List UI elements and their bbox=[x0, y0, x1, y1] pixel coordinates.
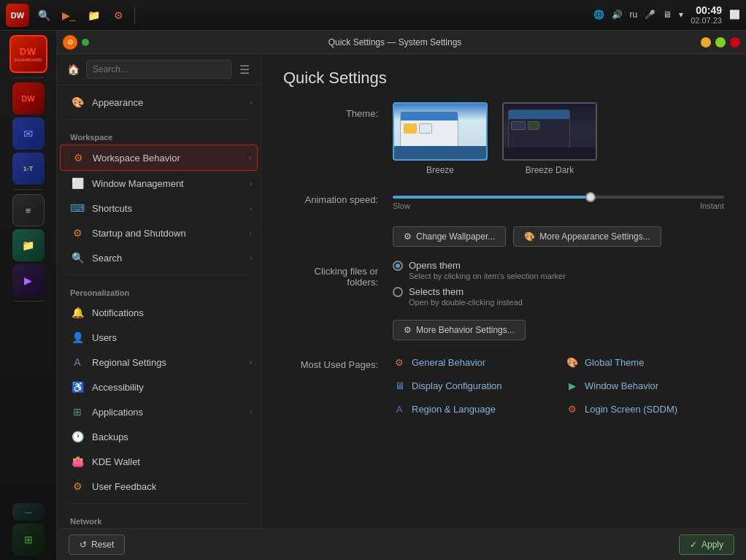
reset-button[interactable]: ↺ Reset bbox=[69, 534, 125, 555]
taskbar-search-icon[interactable]: 🔍 bbox=[34, 5, 54, 26]
sidebar-item-label: Accessibility bbox=[92, 382, 252, 393]
workspace-behavior-icon: ⚙ bbox=[71, 150, 85, 165]
most-used-page-link[interactable]: ▶Window Behavior bbox=[566, 377, 724, 394]
sidebar-item-kde-wallet[interactable]: 👛 KDE Wallet bbox=[57, 449, 261, 474]
sidebar-item-shortcuts[interactable]: ⌨ Shortcuts › bbox=[57, 196, 261, 220]
clicking-label: Clicking files or folders: bbox=[283, 260, 378, 288]
most-used-page-link[interactable]: ARegion & Language bbox=[393, 400, 551, 418]
dock-item-mail[interactable]: ✉ bbox=[12, 118, 45, 150]
most-used-page-link[interactable]: 🎨Global Theme bbox=[566, 353, 724, 371]
change-wallpaper-button[interactable]: ⚙ Change Wallpaper... bbox=[393, 226, 506, 247]
page-link-icon: ⚙ bbox=[566, 402, 579, 415]
dock-separator-3 bbox=[14, 301, 43, 302]
dock-item-dw2[interactable]: DW bbox=[12, 83, 45, 115]
clicking-radio-group: Opens them Select by clicking on item's … bbox=[393, 260, 724, 307]
animation-slider[interactable] bbox=[393, 196, 724, 199]
sidebar-item-users[interactable]: 👤 Users bbox=[57, 325, 261, 350]
taskbar-right: 🌐 🔊 ru 🎤 🖥 ▾ 00:49 02.07.23 ⬜ bbox=[593, 4, 741, 26]
more-behavior-button[interactable]: ⚙ More Behavior Settings... bbox=[393, 320, 526, 340]
sidebar-search-input[interactable] bbox=[86, 60, 231, 79]
notifications-icon: 🔔 bbox=[70, 305, 85, 320]
taskbar-chevron-icon: ▾ bbox=[679, 9, 683, 20]
taskbar-dw-icon[interactable]: DW bbox=[6, 4, 29, 27]
main-window: ⚙ Quick Settings — System Settings 🏠 ☰ 🎨… bbox=[57, 31, 746, 560]
close-button[interactable] bbox=[730, 37, 740, 47]
sidebar-item-label: Startup and Shutdown bbox=[92, 228, 242, 239]
radio-opens-text-group: Opens them Select by clicking on item's … bbox=[409, 260, 566, 280]
page-link-label: Display Configuration bbox=[412, 380, 502, 391]
sidebar-item-search[interactable]: 🔍 Search › bbox=[57, 245, 261, 270]
dock-item-bottom1[interactable]: — bbox=[12, 503, 45, 521]
sidebar-divider-2 bbox=[66, 275, 252, 275]
taskbar-lang: ru bbox=[630, 9, 638, 20]
sidebar-item-accessibility[interactable]: ♿ Accessibility bbox=[57, 375, 261, 399]
dark-titlebar bbox=[509, 110, 569, 119]
sidebar-section-network: Network bbox=[57, 508, 261, 528]
shortcuts-icon: ⌨ bbox=[70, 201, 85, 215]
breeze-titlebar bbox=[401, 112, 458, 120]
dark-taskbar bbox=[504, 147, 596, 159]
appearance-buttons-row: ⚙ Change Wallpaper... 🎨 More Appearance … bbox=[283, 223, 724, 247]
dock-item-dw-dashboard[interactable]: DW DASHBOARD bbox=[9, 35, 47, 73]
sidebar-item-backups[interactable]: 🕐 Backups bbox=[57, 424, 261, 449]
dock-item-tmail[interactable]: 1-T bbox=[12, 153, 45, 185]
sidebar-item-regional-settings[interactable]: A Regional Settings › bbox=[57, 350, 261, 375]
sidebar-menu-button[interactable]: ☰ bbox=[236, 61, 253, 78]
sidebar-item-startup-shutdown[interactable]: ⚙ Startup and Shutdown › bbox=[57, 220, 261, 245]
behavior-btn-icon: ⚙ bbox=[404, 325, 412, 335]
left-dock: DW DASHBOARD DW ✉ 1-T ≡ 📁 ▶ — ⊞ bbox=[0, 31, 57, 560]
taskbar-window-icon: ⬜ bbox=[729, 9, 740, 20]
radio-selects-subtext: Open by double-clicking instead bbox=[409, 298, 523, 307]
chevron-right-icon: › bbox=[250, 254, 252, 262]
most-used-label: Most Used Pages: bbox=[283, 353, 378, 370]
behavior-button-control: ⚙ More Behavior Settings... bbox=[393, 320, 724, 340]
taskbar-divider bbox=[134, 7, 135, 24]
theme-dark-preview bbox=[502, 102, 597, 161]
most-used-page-link[interactable]: 🖥Display Configuration bbox=[393, 377, 551, 394]
taskbar-terminal-icon[interactable]: ▶_ bbox=[58, 5, 79, 26]
dock-item-bottom2[interactable]: ⊞ bbox=[12, 523, 45, 556]
sidebar-home-button[interactable]: 🏠 bbox=[64, 61, 82, 78]
theme-breeze[interactable]: Breeze bbox=[393, 102, 488, 175]
wallet-icon: 👛 bbox=[70, 454, 85, 469]
sidebar-divider-1 bbox=[66, 119, 252, 120]
taskbar-settings-icon[interactable]: ⚙ bbox=[108, 5, 128, 26]
sidebar-item-workspace-behavior[interactable]: ⚙ Workspace Behavior › bbox=[60, 145, 258, 171]
more-appearance-button[interactable]: 🎨 More Appearance Settings... bbox=[513, 226, 661, 247]
radio-selects-text-group: Selects them Open by double-clicking ins… bbox=[409, 286, 523, 307]
apply-button[interactable]: ✓ Apply bbox=[679, 534, 734, 555]
sidebar-item-appearance[interactable]: 🎨 Appearance › bbox=[57, 90, 261, 115]
dock-item-notes[interactable]: ≡ bbox=[12, 194, 45, 226]
sidebar-item-label: Search bbox=[92, 253, 242, 264]
chevron-right-icon: › bbox=[250, 358, 252, 367]
page-link-icon: ⚙ bbox=[393, 356, 406, 369]
dock-item-files[interactable]: 📁 bbox=[12, 229, 45, 261]
most-used-page-link[interactable]: ⚙General Behavior bbox=[393, 353, 551, 371]
dock-item-media[interactable]: ▶ bbox=[12, 264, 45, 296]
maximize-button[interactable] bbox=[715, 37, 726, 47]
sidebar-item-window-management[interactable]: ⬜ Window Management › bbox=[57, 171, 261, 196]
radio-opens-them[interactable]: Opens them Select by clicking on item's … bbox=[393, 260, 724, 280]
theme-row: Theme: bbox=[283, 102, 724, 175]
sidebar-top: 🏠 ☰ bbox=[57, 54, 261, 85]
sidebar-item-applications[interactable]: ⊞ Applications › bbox=[57, 399, 261, 424]
radio-selects-them[interactable]: Selects them Open by double-clicking ins… bbox=[393, 286, 724, 307]
most-used-page-link[interactable]: ⚙Login Screen (SDDM) bbox=[566, 400, 724, 418]
sidebar-item-label: Appearance bbox=[92, 97, 242, 108]
minimize-button[interactable] bbox=[701, 37, 711, 47]
sidebar-item-label: KDE Wallet bbox=[92, 456, 252, 467]
taskbar-folder-icon[interactable]: 📁 bbox=[83, 5, 104, 26]
theme-breeze-dark[interactable]: Breeze Dark bbox=[502, 102, 597, 175]
chevron-right-icon: › bbox=[250, 229, 252, 237]
sidebar-item-label: Window Management bbox=[92, 178, 242, 189]
sidebar-item-label: Users bbox=[92, 332, 252, 343]
chevron-right-icon: › bbox=[250, 180, 252, 188]
page-link-label: Login Screen (SDDM) bbox=[585, 404, 677, 415]
sidebar-item-notifications[interactable]: 🔔 Notifications bbox=[57, 300, 261, 325]
window-management-icon: ⬜ bbox=[70, 176, 85, 191]
sidebar-item-user-feedback[interactable]: ⚙ User Feedback bbox=[57, 474, 261, 499]
radio-opens-dot bbox=[393, 261, 403, 271]
animation-control: Slow Instant bbox=[393, 188, 724, 210]
regional-icon: A bbox=[70, 355, 85, 369]
main-content: Quick Settings Theme: bbox=[261, 54, 746, 528]
